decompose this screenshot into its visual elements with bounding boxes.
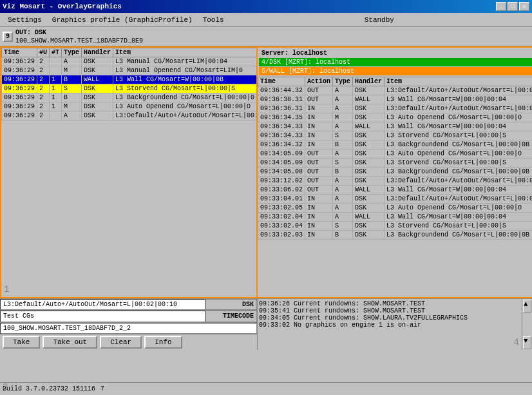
cell-t: 1: [50, 75, 62, 84]
table-row[interactable]: 09:36:29 2 1 B DSK L3 Backgroundend CG/M…: [2, 93, 257, 102]
cell-action: OUT: [305, 95, 333, 104]
cell-action: IN: [305, 231, 333, 240]
right-panel-number: 3: [3, 382, 8, 392]
cell-u: 2: [37, 57, 50, 66]
panels-row: Time #U #T Type Handler Item 09:36:29 2 …: [0, 46, 532, 298]
table-row[interactable]: 09:36:29 2 1 M DSK L3 Auto Openend CG/Mo…: [2, 102, 257, 111]
cell-action: IN: [305, 222, 333, 231]
take-button[interactable]: Take: [3, 336, 40, 349]
table-row[interactable]: 09:33:02.04 IN S DSK L3 Storvend CG/Mosa…: [258, 222, 533, 231]
scroll-down[interactable]: ▼: [523, 336, 531, 349]
cell-handler: DSK: [353, 131, 385, 140]
table-row[interactable]: 09:34:05.09 OUT S DSK L3 Storvend CG/Mos…: [258, 159, 533, 168]
table-row[interactable]: 09:33:02.04 IN A WALL L3 Wall CG/Mosart=…: [258, 213, 533, 222]
table-row[interactable]: 09:36:36.31 IN A DSK L3:Default/Auto+/Au…: [258, 104, 533, 113]
right-panel: Server: localhost 4/DSK [MZRT]: localhos…: [258, 46, 532, 298]
close-button[interactable]: ✕: [519, 2, 529, 11]
field3-value[interactable]: 100_SHOW.MOSART.TEST_18DABF7D_2_2: [0, 323, 257, 334]
rcol-item: Item: [385, 77, 532, 86]
cell-type: B: [333, 168, 353, 177]
cell-handler: WALL: [82, 75, 113, 84]
server-item-1[interactable]: 4/DSK [MZRT]: localhost 2: [259, 58, 532, 66]
table-row[interactable]: 09:36:44.32 OUT A DSK L3:Default/Auto+/A…: [258, 86, 533, 95]
cell-handler: DSK: [82, 84, 113, 93]
cell-action: OUT: [305, 149, 333, 159]
table-row[interactable]: 09:36:34.35 IN M DSK L3 Auto Openend CG/…: [258, 113, 533, 122]
standby-status: Standby: [229, 16, 529, 24]
cell-item: L3 Auto Openend CG/Mosart=L|00:00|O: [385, 149, 532, 159]
bottom-section: L3:Default/Auto+/AutoOut/Mosart=L|00:02|…: [0, 298, 532, 382]
cell-type: M: [333, 113, 353, 122]
title-bar: Viz Mosart - OverlayGraphics _ □ ✕: [0, 0, 532, 13]
cell-handler: DSK: [82, 57, 113, 66]
table-row[interactable]: 09:33:12.02 OUT A DSK L3:Default/Auto+/A…: [258, 177, 533, 186]
cell-item: L3 Storvend CG/Mosart=L|00:00|S: [385, 131, 532, 140]
field2-value[interactable]: Test CGs: [0, 311, 205, 322]
table-row[interactable]: 09:36:29 2 A DSK L3:Default/Auto+/AutoOu…: [2, 111, 257, 120]
minimize-button[interactable]: _: [496, 2, 506, 11]
cell-u: 2: [37, 66, 50, 75]
table-row[interactable]: 09:34:05.09 OUT A DSK L3 Auto Openend CG…: [258, 149, 533, 159]
cell-item: L3 Storvend CG/Mosart=L|00:00|S: [385, 222, 532, 231]
log-panel-number: 4: [514, 337, 519, 347]
field1-value[interactable]: L3:Default/Auto+/AutoOut/Mosart=L|00:02|…: [0, 299, 205, 310]
cell-action: IN: [305, 131, 333, 140]
cell-type: A: [333, 177, 353, 186]
cell-type: A: [333, 86, 353, 95]
take-out-button[interactable]: Take out: [43, 336, 97, 349]
table-row[interactable]: 09:36:29 2 1 S DSK L3 Storvend CG/Mosart…: [2, 84, 257, 93]
cell-handler: DSK: [82, 93, 113, 102]
menu-tools[interactable]: Tools: [198, 15, 229, 25]
server-item-2[interactable]: 5/WALL [MZRT]: localhost: [259, 67, 532, 75]
cell-time: 09:34:05.09: [258, 149, 305, 159]
info-button[interactable]: Info: [144, 336, 182, 349]
server-item-0: Server: localhost: [259, 49, 532, 57]
menu-graphics-profile[interactable]: Graphics profile (GraphicProfile): [47, 15, 198, 25]
table-row[interactable]: 09:36:34.33 IN A WALL L3 Wall CG/Mosart=…: [258, 122, 533, 131]
cell-time: 09:36:36.31: [258, 104, 305, 113]
menu-settings[interactable]: Settings: [3, 15, 47, 25]
window-title: Viz Mosart - OverlayGraphics: [3, 3, 122, 10]
cell-u: 2: [37, 102, 50, 111]
cell-time: 09:36:34.35: [258, 113, 305, 122]
table-row[interactable]: 09:36:29 2 A DSK L3 Manual CG/Mosart=LIM…: [2, 57, 257, 66]
table-row[interactable]: 09:36:29 2 1 B WALL L3 Wall CG/Mosart=W|…: [2, 75, 257, 84]
field1-label: DSK: [205, 299, 257, 310]
table-row[interactable]: 09:33:06.02 OUT A WALL L3 Wall CG/Mosart…: [258, 186, 533, 195]
cell-action: IN: [305, 104, 333, 113]
cell-action: OUT: [305, 159, 333, 168]
scroll-up[interactable]: ▲: [523, 300, 531, 313]
rcol-handler: Handler: [353, 77, 385, 86]
dsk-id: 100_SHOW.MOSART.TEST_18DABF7D_8E9: [15, 37, 143, 45]
log-entry: 09:33:02 No graphics on engine 1 is on-a…: [259, 322, 531, 329]
table-row[interactable]: 09:33:02.03 IN B DSK L3 Backgroundend CG…: [258, 231, 533, 240]
left-table-container[interactable]: Time #U #T Type Handler Item 09:36:29 2 …: [1, 48, 256, 297]
cell-type: B: [333, 140, 353, 149]
log-section: 09:36:26 Current rundowns: SHOW.MOSART.T…: [258, 299, 532, 350]
cell-handler: DSK: [353, 168, 385, 177]
maximize-button[interactable]: □: [508, 2, 518, 11]
col-item: Item: [113, 48, 256, 57]
cell-action: IN: [305, 204, 333, 213]
clear-button[interactable]: Clear: [100, 336, 142, 349]
right-table-container[interactable]: Time Action Type Handler Item 09:36:44.3…: [258, 77, 532, 297]
table-row[interactable]: 09:33:04.01 IN A DSK L3:Default/Auto+/Au…: [258, 195, 533, 204]
cell-item: L3 Manual Openend CG/Mosart=LIM|0: [113, 66, 256, 75]
count-badge: 7: [100, 385, 104, 392]
table-row[interactable]: 09:33:02.05 IN A DSK L3 Auto Openend CG/…: [258, 204, 533, 213]
cell-action: OUT: [305, 86, 333, 95]
table-row[interactable]: 09:34:05.08 OUT B DSK L3 Backgroundend C…: [258, 168, 533, 177]
scrollbar[interactable]: ▲ ▼: [522, 299, 532, 350]
cell-type: M: [62, 102, 82, 111]
cell-type: B: [62, 75, 82, 84]
table-row[interactable]: 09:36:34.33 IN S DSK L3 Storvend CG/Mosa…: [258, 131, 533, 140]
table-row[interactable]: 09:36:38.31 OUT A WALL L3 Wall CG/Mosart…: [258, 95, 533, 104]
window-controls[interactable]: _ □ ✕: [496, 2, 529, 11]
table-row[interactable]: 09:36:34.32 IN B DSK L3 Backgroundend CG…: [258, 140, 533, 149]
table-row[interactable]: 09:36:29 2 M DSK L3 Manual Openend CG/Mo…: [2, 66, 257, 75]
cell-item: L3:Default/Auto+/AutoOut/Mosart=L|00:02|…: [385, 195, 532, 204]
cell-type: A: [333, 104, 353, 113]
dsk-header: 9 OUT: DSK 100_SHOW.MOSART.TEST_18DABF7D…: [0, 27, 532, 46]
cell-time: 09:33:04.01: [258, 195, 305, 204]
main-content: 9 OUT: DSK 100_SHOW.MOSART.TEST_18DABF7D…: [0, 27, 532, 395]
